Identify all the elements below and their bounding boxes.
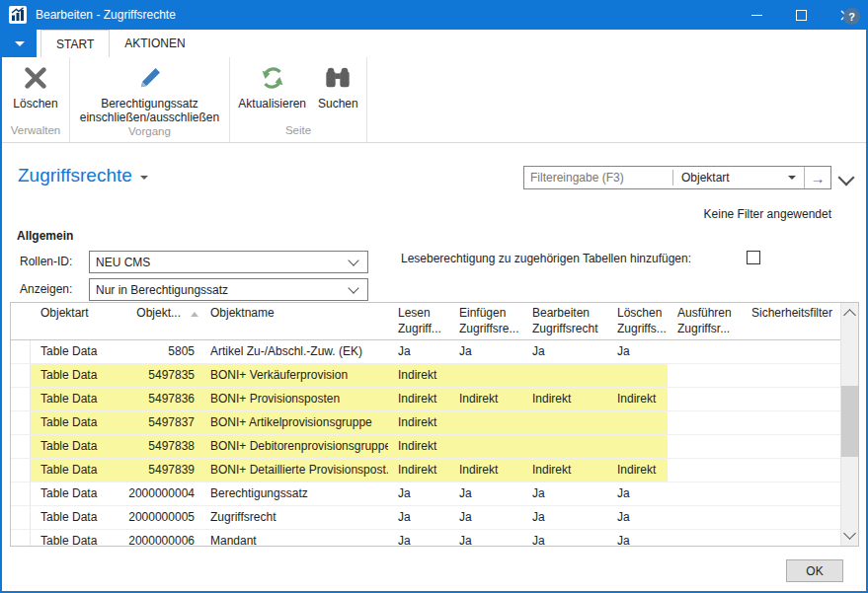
table-cell[interactable]: Ja bbox=[522, 340, 607, 363]
table-cell[interactable] bbox=[522, 364, 607, 387]
table-cell[interactable]: Berechtigungssatz bbox=[200, 482, 388, 505]
table-cell[interactable]: Indirekt bbox=[449, 388, 522, 410]
column-header[interactable]: Objektart bbox=[31, 303, 117, 339]
table-cell[interactable]: Ja bbox=[449, 340, 522, 363]
table-cell[interactable]: Indirekt bbox=[449, 459, 522, 482]
scroll-up-icon[interactable] bbox=[843, 309, 856, 322]
table-row[interactable]: Table Data5805Artikel Zu-/Abschl.-Zuw. (… bbox=[11, 340, 840, 364]
table-row[interactable]: Table Data5497838BONI+ Debitorenprovisio… bbox=[11, 435, 840, 459]
table-cell[interactable]: Table Data bbox=[31, 411, 117, 434]
table-cell[interactable]: Mandant bbox=[200, 530, 388, 546]
table-cell[interactable]: Indirekt bbox=[388, 459, 449, 482]
apply-filter-button[interactable]: → bbox=[804, 167, 830, 188]
delete-button[interactable]: Löschen bbox=[7, 57, 63, 111]
table-cell[interactable]: 5497836 bbox=[117, 388, 200, 410]
column-header[interactable]: Objektname bbox=[200, 303, 388, 339]
table-cell[interactable]: Zugriffsrecht bbox=[200, 506, 388, 529]
table-cell[interactable] bbox=[742, 482, 840, 505]
table-cell[interactable]: Indirekt bbox=[522, 388, 607, 410]
maximize-button[interactable] bbox=[779, 0, 824, 30]
column-header[interactable]: LöschenZugriffs... bbox=[607, 303, 668, 339]
table-cell[interactable] bbox=[742, 435, 840, 458]
table-cell[interactable]: Ja bbox=[607, 506, 668, 529]
table-cell[interactable]: Table Data bbox=[31, 435, 117, 458]
table-cell[interactable]: Ja bbox=[607, 482, 668, 505]
table-cell[interactable]: BONI+ Provisionsposten bbox=[200, 388, 388, 410]
table-cell[interactable]: Ja bbox=[607, 340, 668, 363]
read-permission-checkbox[interactable] bbox=[747, 251, 760, 264]
table-cell[interactable]: 2000000004 bbox=[117, 482, 200, 505]
table-row[interactable]: Table Data5497836BONI+ ProvisionspostenI… bbox=[11, 388, 840, 411]
table-cell[interactable]: Ja bbox=[607, 530, 668, 546]
table-cell[interactable] bbox=[449, 435, 522, 458]
table-cell[interactable] bbox=[668, 435, 742, 458]
refresh-button[interactable]: Aktualisieren bbox=[232, 57, 312, 111]
row-indicator[interactable] bbox=[11, 530, 31, 546]
row-indicator[interactable] bbox=[11, 388, 31, 410]
table-cell[interactable] bbox=[668, 459, 742, 482]
table-cell[interactable]: Table Data bbox=[31, 364, 117, 387]
table-cell[interactable]: Indirekt bbox=[388, 388, 449, 410]
table-cell[interactable]: Table Data bbox=[31, 506, 117, 529]
table-cell[interactable]: Ja bbox=[449, 506, 522, 529]
table-cell[interactable] bbox=[742, 530, 840, 546]
table-cell[interactable] bbox=[607, 435, 668, 458]
table-cell[interactable] bbox=[668, 388, 742, 410]
table-cell[interactable]: BONI+ Artikelprovisionsgruppe bbox=[200, 411, 388, 434]
column-header[interactable]: LesenZugriff... bbox=[388, 303, 449, 339]
tab-aktionen[interactable]: AKTIONEN bbox=[110, 30, 199, 57]
ok-button[interactable]: OK bbox=[786, 559, 843, 582]
table-cell[interactable] bbox=[522, 435, 607, 458]
expand-header-chevron-icon[interactable] bbox=[838, 170, 855, 186]
row-indicator[interactable] bbox=[11, 411, 31, 434]
table-cell[interactable]: Ja bbox=[449, 530, 522, 546]
table-cell[interactable]: Ja bbox=[449, 482, 522, 505]
table-cell[interactable]: Indirekt bbox=[607, 459, 668, 482]
table-cell[interactable]: 5805 bbox=[117, 340, 200, 363]
table-cell[interactable]: Table Data bbox=[31, 482, 117, 505]
column-header[interactable]: EinfügenZugriffsre... bbox=[449, 303, 522, 339]
table-cell[interactable] bbox=[607, 364, 668, 387]
table-cell[interactable]: Table Data bbox=[31, 459, 117, 482]
table-cell[interactable]: Indirekt bbox=[607, 388, 668, 410]
column-header[interactable]: BearbeitenZugriffsrecht bbox=[522, 303, 607, 339]
table-cell[interactable]: Table Data bbox=[31, 388, 117, 410]
table-row[interactable]: Table Data2000000004BerechtigungssatzJaJ… bbox=[11, 482, 840, 506]
table-cell[interactable]: Table Data bbox=[31, 340, 117, 363]
table-cell[interactable] bbox=[742, 364, 840, 387]
table-cell[interactable] bbox=[668, 340, 742, 363]
table-cell[interactable]: Table Data bbox=[31, 530, 117, 546]
table-cell[interactable]: Ja bbox=[388, 340, 449, 363]
table-cell[interactable]: Indirekt bbox=[522, 459, 607, 482]
table-cell[interactable]: Ja bbox=[522, 506, 607, 529]
row-indicator[interactable] bbox=[11, 435, 31, 458]
section-allgemein[interactable]: Allgemein bbox=[17, 229, 73, 243]
table-cell[interactable]: Indirekt bbox=[388, 364, 449, 387]
scrollbar-thumb[interactable] bbox=[841, 386, 858, 457]
table-cell[interactable]: Ja bbox=[388, 530, 449, 546]
table-cell[interactable] bbox=[668, 482, 742, 505]
table-cell[interactable]: 5497838 bbox=[117, 435, 200, 458]
table-cell[interactable] bbox=[742, 506, 840, 529]
table-cell[interactable] bbox=[742, 459, 840, 482]
table-row[interactable]: Table Data2000000006MandantJaJaJaJa bbox=[11, 530, 840, 546]
rollen-id-combobox[interactable]: NEU CMS bbox=[89, 251, 368, 273]
table-cell[interactable]: Artikel Zu-/Abschl.-Zuw. (EK) bbox=[200, 340, 388, 363]
table-cell[interactable] bbox=[742, 411, 840, 434]
row-indicator[interactable] bbox=[11, 459, 31, 482]
search-button[interactable]: Suchen bbox=[312, 57, 364, 111]
table-cell[interactable] bbox=[668, 530, 742, 546]
table-cell[interactable] bbox=[449, 364, 522, 387]
help-button[interactable]: ? bbox=[843, 8, 860, 25]
table-cell[interactable]: Indirekt bbox=[388, 435, 449, 458]
row-indicator[interactable] bbox=[11, 340, 31, 363]
table-cell[interactable] bbox=[449, 411, 522, 434]
table-cell[interactable] bbox=[668, 364, 742, 387]
column-header[interactable]: AusführenZugriffsr... bbox=[668, 303, 742, 339]
row-indicator[interactable] bbox=[11, 482, 31, 505]
table-cell[interactable]: Ja bbox=[388, 506, 449, 529]
filter-field-select[interactable]: Objektart bbox=[673, 171, 804, 185]
table-cell[interactable]: Indirekt bbox=[388, 411, 449, 434]
table-cell[interactable]: Ja bbox=[388, 482, 449, 505]
table-cell[interactable] bbox=[522, 411, 607, 434]
